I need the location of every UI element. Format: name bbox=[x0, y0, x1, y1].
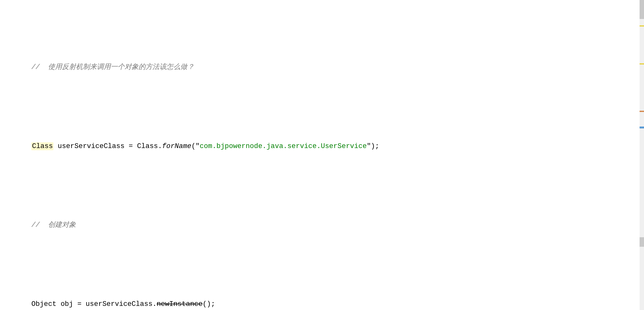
scrollbar[interactable] bbox=[640, 0, 644, 310]
line2-part2: userServiceClass = Class.forName(" bbox=[53, 142, 200, 150]
line2-end: "); bbox=[367, 142, 379, 150]
line-1-comment: // 使用反射机制来调用一个对象的方法该怎么做？ bbox=[31, 63, 194, 71]
code-line-2: Class userServiceClass = Class.forName("… bbox=[6, 129, 638, 164]
code-line-3: // 创建对象 bbox=[6, 208, 638, 243]
line4-newinstance: newInstance bbox=[157, 300, 202, 308]
line4-part1: Object obj = userServiceClass. bbox=[31, 300, 157, 308]
scrollbar-thumb-top[interactable] bbox=[640, 0, 644, 19]
line-3-comment: // 创建对象 bbox=[31, 221, 76, 229]
class-keyword-highlight: Class bbox=[31, 142, 53, 150]
line2-string: com.bjpowernode.java.service.UserService bbox=[200, 142, 367, 150]
line4-end: (); bbox=[203, 300, 215, 308]
editor-container: // 使用反射机制来调用一个对象的方法该怎么做？ Class userServi… bbox=[0, 0, 644, 310]
scrollbar-marker-2 bbox=[640, 63, 644, 65]
scrollbar-marker-1 bbox=[640, 25, 644, 27]
code-area: // 使用反射机制来调用一个对象的方法该怎么做？ Class userServi… bbox=[0, 3, 644, 310]
code-line-4: Object obj = userServiceClass.newInstanc… bbox=[6, 287, 638, 310]
scrollbar-thumb-bottom[interactable] bbox=[640, 237, 644, 247]
scrollbar-marker-3 bbox=[640, 111, 644, 112]
scrollbar-current-position bbox=[640, 127, 644, 128]
code-line-1: // 使用反射机制来调用一个对象的方法该怎么做？ bbox=[6, 50, 638, 85]
class-keyword: Class bbox=[32, 142, 53, 150]
